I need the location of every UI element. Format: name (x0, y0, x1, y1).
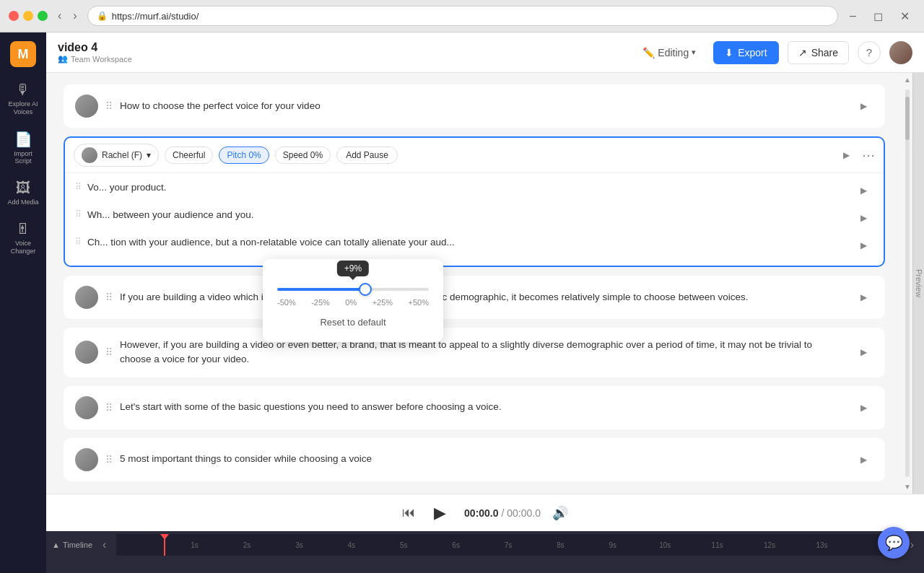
add-pause-button[interactable]: Add Pause (336, 146, 398, 164)
pitch-slider[interactable] (277, 288, 429, 291)
export-label: Export (738, 47, 767, 58)
timeline-prev-button[interactable]: ‹ (98, 538, 110, 551)
sidebar-item-import[interactable]: 📄 Import Script (3, 125, 43, 172)
chat-bubble-button[interactable]: 💬 (878, 527, 910, 559)
pitch-label-p25: +25% (372, 298, 393, 307)
voice-avatar (75, 341, 98, 364)
chat-icon: 💬 (885, 534, 903, 551)
sidebar-item-voice-changer[interactable]: 🎚 Voice Changer (3, 215, 43, 261)
drag-handle-icon[interactable]: ⠿ (105, 100, 113, 112)
editing-button[interactable]: ✏️ Editing ▾ (634, 43, 705, 63)
minimize-window-btn[interactable] (23, 11, 33, 21)
sidebar-item-label: Add Media (7, 198, 38, 206)
pitch-label-n25: -25% (311, 298, 330, 307)
script-text[interactable]: However, if you are building a video or … (120, 338, 846, 367)
line-text[interactable]: Vo... your product. (87, 180, 847, 195)
volume-button[interactable]: 🔊 (552, 505, 568, 521)
style-button[interactable]: Cheerful (165, 146, 213, 164)
voice-avatar (75, 286, 98, 309)
line-text[interactable]: Wh... between your audience and you. (87, 208, 847, 222)
maximize-window-btn[interactable] (38, 11, 48, 21)
play-line-btn[interactable]: ▶ (853, 180, 873, 201)
editing-label: Editing (658, 47, 689, 58)
address-bar[interactable]: 🔒 https://murf.ai/studio/ (87, 6, 838, 26)
voice-avatar-small (82, 147, 97, 163)
app-wrapper: M 🎙 Explore AI Voices 📄 Import Script 🖼 … (0, 32, 924, 573)
window-restore-btn[interactable]: ◻ (868, 8, 889, 25)
project-info: video 4 👥 Team Workspace (58, 41, 132, 64)
voice-name: Rachel (F) (102, 150, 142, 160)
export-icon: ⬇ (725, 47, 733, 58)
play-line-button[interactable]: ▶ (853, 398, 873, 418)
play-line-btn[interactable]: ▶ (853, 208, 873, 228)
play-line-button[interactable]: ▶ (853, 450, 873, 470)
close-window-btn[interactable] (9, 11, 19, 21)
more-options-button[interactable]: ⋯ (862, 147, 875, 163)
pitch-label-p50: +50% (409, 298, 429, 307)
drag-handle-icon[interactable]: ⠿ (105, 292, 113, 303)
script-text[interactable]: 5 most important things to consider whil… (120, 452, 846, 466)
line-text[interactable]: Ch... tion with your audience, but a non… (87, 235, 847, 250)
timeline-header: ▲ Timeline ‹ 1s 2s 3s 4s 5s 6s 7s 8s 9s (46, 531, 924, 559)
pitch-slider-container (277, 281, 429, 294)
script-block-active: Rachel (F) ▾ Cheerful Pitch 0% Speed (64, 136, 885, 267)
avatar-image (889, 41, 912, 64)
reset-default-button[interactable]: Reset to default (277, 314, 429, 331)
script-text[interactable]: If you are building a video which is mea… (120, 290, 846, 305)
back-btn[interactable]: ‹ (53, 8, 66, 24)
speed-button[interactable]: Speed 0% (275, 146, 331, 164)
share-button[interactable]: ↗ Share (788, 41, 849, 64)
script-block: ⠿ Let's start with some of the basic que… (64, 386, 885, 429)
play-line-btn[interactable]: ▶ (853, 235, 873, 255)
timeline-playhead[interactable] (164, 534, 165, 556)
pitch-button[interactable]: Pitch 0% (219, 146, 269, 164)
play-line-button[interactable]: ▶ (853, 342, 873, 362)
script-panel[interactable]: ⠿ How to choose the perfect voice for yo… (46, 73, 902, 494)
url-text: https://murf.ai/studio/ (112, 11, 829, 22)
sidebar-item-media[interactable]: 🖼 Add Media (3, 174, 43, 212)
window-close-btn[interactable]: ✕ (894, 8, 915, 25)
forward-btn[interactable]: › (69, 8, 81, 24)
export-button[interactable]: ⬇ Export (713, 41, 778, 64)
timeline-marks: 1s 2s 3s 4s 5s 6s 7s 8s 9s 10s 11s 12s 1… (116, 541, 899, 549)
play-line-button[interactable]: ▶ (853, 287, 873, 307)
preview-sidebar[interactable]: Preview (912, 73, 924, 494)
script-text[interactable]: How to choose the perfect voice for your… (120, 99, 846, 113)
timeline-mark: 9s (587, 541, 639, 549)
line-drag-handle-icon[interactable]: ⠿ (75, 209, 82, 219)
line-drag-handle-icon[interactable]: ⠿ (75, 237, 82, 247)
voice-selector[interactable]: Rachel (F) ▾ (74, 144, 159, 167)
scroll-thumb[interactable] (905, 97, 910, 140)
play-main-button[interactable]: ▶ (427, 500, 453, 526)
pitch-tooltip: +9% (337, 261, 369, 276)
script-block: ⠿ If you are building a video which is m… (64, 276, 885, 319)
timeline-mark: 2s (221, 541, 273, 549)
scroll-track[interactable] (905, 89, 910, 477)
pitch-label-0: 0% (345, 298, 357, 307)
play-line-button[interactable]: ▶ (853, 96, 873, 116)
script-text[interactable]: Let's start with some of the basic quest… (120, 400, 846, 414)
voice-avatar (75, 396, 98, 419)
drag-handle-icon[interactable]: ⠿ (105, 454, 113, 465)
window-minimize-btn[interactable]: – (844, 8, 862, 24)
script-block-inner: ⠿ Let's start with some of the basic que… (64, 386, 885, 429)
timeline-toggle-button[interactable]: ▲ Timeline (52, 541, 92, 549)
help-button[interactable]: ? (858, 41, 881, 64)
pitch-label-n50: -50% (277, 298, 296, 307)
play-block-button[interactable]: ▶ (836, 145, 856, 165)
timeline-mark: 6s (430, 541, 481, 549)
skip-back-button[interactable]: ⏮ (402, 505, 415, 520)
brand-logo[interactable]: M (10, 41, 36, 67)
line-drag-handle-icon[interactable]: ⠿ (75, 182, 82, 192)
timeline-mark: 5s (378, 541, 430, 549)
brand-icon: M (18, 47, 29, 62)
drag-handle-icon[interactable]: ⠿ (105, 346, 113, 358)
project-workspace: 👥 Team Workspace (58, 54, 132, 64)
script-block-inner: ⠿ If you are building a video which is m… (64, 276, 885, 319)
project-title: video 4 (58, 41, 132, 54)
timeline-mark: 7s (482, 541, 534, 549)
preview-label: Preview (915, 269, 923, 297)
drag-handle-icon[interactable]: ⠿ (105, 402, 113, 414)
user-avatar[interactable] (889, 41, 912, 64)
sidebar-item-explore[interactable]: 🎙 Explore AI Voices (3, 76, 43, 122)
